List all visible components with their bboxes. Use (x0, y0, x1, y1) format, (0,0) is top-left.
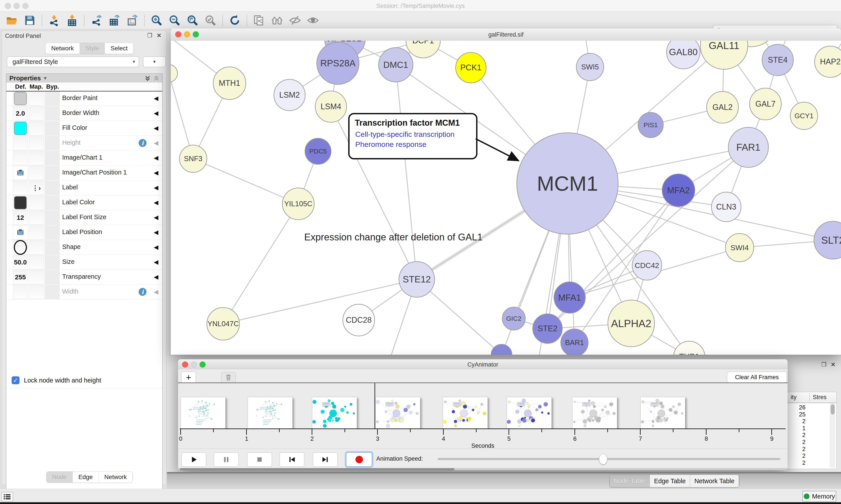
default-value-cell[interactable] (13, 91, 28, 106)
zoom-in-icon[interactable] (150, 14, 163, 26)
expand-property-icon[interactable]: ◀ (154, 229, 158, 236)
tab-network-table[interactable]: Network Table (690, 475, 739, 487)
mapping-cell[interactable] (29, 196, 44, 210)
close-table-panel-icon[interactable]: ✕ (831, 361, 836, 368)
network-node-ste4[interactable]: STE4 (762, 44, 794, 76)
default-value-cell[interactable]: 255 (13, 270, 28, 284)
network-node-swi4[interactable]: SWI4 (725, 233, 754, 262)
expand-property-icon[interactable]: ◀ (154, 110, 158, 117)
property-row-label-font-size[interactable]: 12Label Font Size◀ (6, 210, 162, 225)
properties-header[interactable]: Properties ▼ (6, 74, 162, 83)
mapping-cell[interactable] (29, 166, 44, 180)
network-node-ste2[interactable]: STE2 (532, 313, 562, 344)
network-node-ste12[interactable]: STE12 (399, 261, 435, 298)
bypass-cell[interactable] (45, 196, 59, 210)
property-row-border-width[interactable]: 2.0Border Width◀ (6, 106, 162, 121)
bypass-cell[interactable] (45, 240, 59, 254)
mapping-cell[interactable] (29, 211, 44, 224)
default-value-cell[interactable] (13, 285, 28, 299)
frame-thumbnail-5[interactable] (443, 397, 488, 429)
property-row-border-paint[interactable]: Border Paint◀ (6, 91, 162, 106)
bypass-cell[interactable] (45, 151, 59, 165)
cyanimator-titlebar[interactable]: CyAnimator (178, 359, 788, 370)
bypass-cell[interactable] (45, 166, 59, 180)
bypass-cell[interactable] (45, 136, 59, 150)
frame-thumbnail-4[interactable] (375, 397, 420, 429)
network-node-mfa1[interactable]: MFA1 (554, 282, 586, 313)
tab-style[interactable]: Style (80, 43, 105, 54)
default-value-cell[interactable] (13, 226, 28, 239)
mapping-cell[interactable] (29, 270, 44, 284)
collapse-all-icon[interactable] (153, 74, 160, 82)
mapping-cell[interactable] (29, 91, 44, 106)
mapping-cell[interactable] (29, 151, 44, 165)
close-panel-icon[interactable]: ✕ (157, 32, 161, 39)
table-vertical-scrollbar[interactable] (830, 403, 835, 468)
network-node-bar1[interactable]: BAR1 (560, 329, 589, 355)
pause-button[interactable] (214, 452, 239, 467)
export-image-icon[interactable] (126, 14, 139, 26)
network-node-yil105c[interactable]: YIL105C (282, 187, 315, 220)
bypass-cell[interactable] (45, 270, 59, 284)
network-node-gcy1[interactable]: GCY1 (790, 102, 818, 130)
task-history-button[interactable] (1, 492, 13, 502)
hide-selected-icon[interactable] (289, 14, 301, 26)
style-options-button[interactable]: ▾ (143, 56, 166, 67)
next-frame-button[interactable] (313, 452, 338, 467)
timeline-playhead[interactable] (375, 383, 375, 429)
default-value-cell[interactable] (13, 196, 28, 210)
network-node-gic2[interactable]: GIC2 (502, 307, 526, 330)
previous-frame-button[interactable] (280, 452, 304, 467)
network-node-mfa2[interactable]: MFA2 (662, 174, 695, 207)
property-row-size[interactable]: 50.0Size◀ (6, 255, 162, 270)
bypass-cell[interactable] (45, 285, 59, 299)
zoom-selected-icon[interactable] (204, 14, 217, 26)
property-row-label-color[interactable]: Label Color◀ (6, 195, 162, 210)
column-divider[interactable] (809, 393, 810, 401)
expand-property-icon[interactable]: ◀ (154, 199, 158, 206)
delete-frame-button[interactable] (221, 372, 236, 383)
memory-button[interactable]: Memory (803, 491, 836, 502)
info-icon[interactable]: i (139, 139, 146, 147)
bypass-cell[interactable] (45, 181, 59, 195)
network-node-cdc28[interactable]: CDC28 (342, 304, 375, 336)
default-value-cell[interactable]: 2.0 (13, 106, 28, 121)
default-value-cell[interactable]: 12 (13, 211, 28, 224)
tab-network[interactable]: Network (46, 43, 80, 54)
network-node-gal2[interactable]: GAL2 (706, 91, 739, 124)
show-all-icon[interactable] (307, 14, 319, 26)
mapping-cell[interactable] (29, 121, 44, 135)
frame-thumbnail-8[interactable] (640, 397, 685, 429)
duplicate-network-icon[interactable] (253, 14, 265, 26)
network-node-cln3[interactable]: CLN3 (711, 192, 741, 222)
expand-property-icon[interactable]: ◀ (154, 258, 158, 266)
property-row-label-position[interactable]: Label Position◀ (6, 225, 162, 240)
network-node-far1[interactable]: FAR1 (728, 127, 769, 168)
export-table-icon[interactable] (108, 14, 121, 26)
network-canvas[interactable]: RPS28BDCP1DMC1RPS28APCK1SWI5GAL80GAL11ST… (171, 41, 841, 355)
annotation-link[interactable]: Cell-type-specific transcription (355, 130, 455, 139)
float-table-panel-icon[interactable]: ❒ (821, 361, 826, 368)
expand-property-icon[interactable]: ◀ (154, 184, 158, 191)
network-node-rps28a[interactable]: RPS28A (317, 42, 359, 85)
network-node-lsm4[interactable]: LSM4 (315, 91, 347, 123)
default-value-cell[interactable] (13, 121, 28, 135)
mapping-cell[interactable] (29, 255, 44, 269)
bypass-cell[interactable] (45, 106, 59, 121)
network-node-cdc42[interactable]: CDC42 (632, 250, 662, 281)
stop-button[interactable] (247, 452, 272, 467)
float-panel-icon[interactable]: ❒ (147, 32, 152, 39)
frame-thumbnail-3[interactable] (312, 397, 357, 429)
property-row-label[interactable]: ⋮›Label◀ (6, 180, 162, 195)
import-table-icon[interactable] (66, 14, 78, 26)
network-node-dmc1[interactable]: DMC1 (378, 47, 413, 82)
clear-all-frames-button[interactable]: Clear All Frames (727, 372, 787, 383)
expand-property-icon[interactable]: ◀ (154, 169, 158, 176)
style-selector[interactable]: galFiltered Style ▾ (7, 56, 139, 67)
export-network-icon[interactable] (90, 14, 103, 26)
panel-tab-network[interactable]: Network (99, 472, 133, 483)
save-session-icon[interactable] (24, 14, 36, 26)
frame-thumbnail-1[interactable] (181, 397, 226, 429)
network-window-titlebar[interactable]: galFiltered.sif (171, 29, 841, 41)
network-node-snf3[interactable]: SNF3 (179, 145, 207, 173)
